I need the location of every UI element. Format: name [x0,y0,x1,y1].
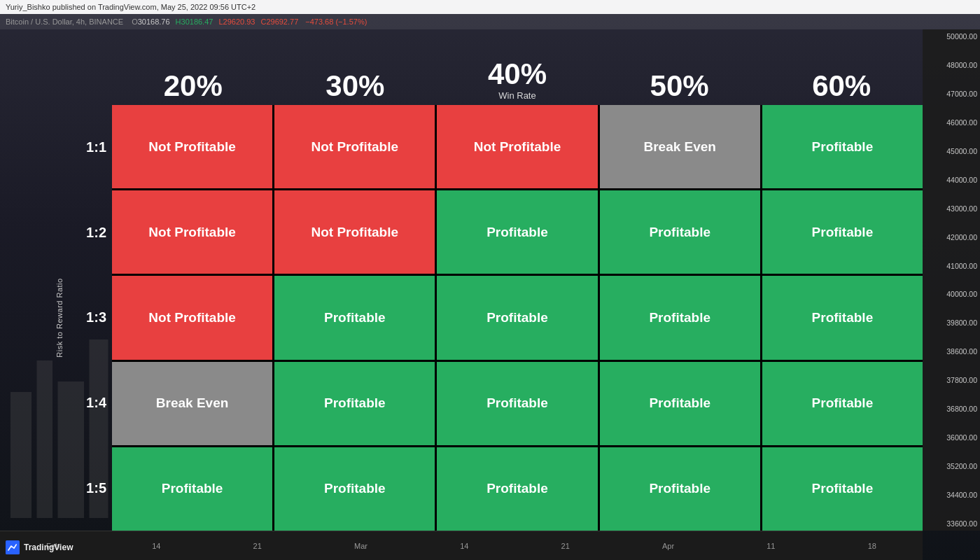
col-header-2: 40%Win Rate [436,59,598,101]
col-pct: 20% [112,71,274,101]
price-tick: 38600.00 [946,347,977,356]
grid-cell-2-1: Profitable [274,276,437,359]
row-label-1: 1:2 [56,190,112,276]
grid-cell-4-1: Profitable [274,447,437,531]
price-tick: 37800.00 [946,376,977,384]
time-tick: 11 [766,542,775,550]
price-tick: 40000.00 [946,290,977,298]
col-pct: 40% [436,59,598,89]
time-tick: Mar [354,542,368,550]
time-tick: Apr [662,542,674,550]
row-label-text: 1:5 [86,480,106,496]
author-text: Yuriy_Bishko published on TradingView.co… [6,3,255,11]
pair-label: Bitcoin / U.S. Dollar, 4h, BINANCE [6,18,123,26]
price-tick: 42000.00 [946,233,977,241]
grid-row-4: ProfitableProfitableProfitableProfitable… [112,447,923,531]
grid-cell-1-4: Profitable [762,190,923,274]
row-label-0: 1:1 [56,105,112,190]
grid-cell-3-2: Profitable [437,362,599,445]
table-wrapper: 20%30%40%Win Rate50%60% Risk to Reward R… [56,29,923,531]
grid-cell-0-4: Profitable [762,105,923,188]
time-tick: 14 [460,542,468,550]
time-axis: Feb1421Mar1421Apr1118 [0,531,923,560]
col-header-0: 20% [112,71,274,101]
tv-logo-text: TradingView [24,542,73,552]
grid-cell-3-3: Profitable [600,362,762,445]
grid-cell-2-4: Profitable [762,276,923,359]
open-label: O30168.76 [132,18,169,26]
tv-icon [6,540,20,554]
grid-cell-2-0: Not Profitable [112,276,274,359]
grid-cell-4-0: Profitable [112,447,274,531]
grid-cell-2-2: Profitable [437,276,599,359]
row-label-text: 1:2 [86,225,106,241]
column-headers: 20%30%40%Win Rate50%60% [56,29,923,105]
price-tick: 33600.00 [946,519,977,528]
time-tick: 18 [868,542,876,550]
grid-cell-1-2: Profitable [437,190,599,274]
col-pct: 50% [598,71,761,101]
col-subtitle: Win Rate [436,90,598,101]
grid-cell-3-1: Profitable [274,362,437,445]
change-label: −473.68 (−1.57%) [305,18,367,26]
col-header-1: 30% [274,71,437,101]
grid-cell-1-0: Not Profitable [112,190,274,274]
grid-cell-0-3: Break Even [600,105,762,188]
grid-cell-4-4: Profitable [762,447,923,531]
grid-cell-0-2: Not Profitable [437,105,599,188]
col-pct: 30% [274,71,437,101]
grid-cell-4-3: Profitable [600,447,762,531]
header-bar: Yuriy_Bishko published on TradingView.co… [0,0,980,14]
grid-cell-4-2: Profitable [437,447,599,531]
row-labels: 1:11:21:31:41:5 [56,105,112,531]
grid-cell-0-1: Not Profitable [274,105,437,188]
grid-row-1: Not ProfitableNot ProfitableProfitablePr… [112,190,923,276]
price-tick: 50000.00 [946,32,977,41]
price-bar: Bitcoin / U.S. Dollar, 4h, BINANCE O3016… [0,14,980,29]
svg-rect-1 [37,360,53,518]
col-header-3: 50% [598,71,761,101]
col-header-4: 60% [760,71,923,101]
tradingview-logo: TradingView [6,540,73,554]
table-grid: Risk to Reward Ratio 1:11:21:31:41:5 Not… [56,105,923,531]
price-tick: 43000.00 [946,204,977,213]
row-label-4: 1:5 [56,445,112,531]
price-tick: 39800.00 [946,318,977,327]
close-label: C29692.77 [260,18,298,26]
row-label-3: 1:4 [56,360,112,446]
row-label-2: 1:3 [56,275,112,360]
row-label-text: 1:1 [86,139,106,155]
grid-row-2: Not ProfitableProfitableProfitableProfit… [112,276,923,361]
price-tick: 47000.00 [946,90,977,98]
grid-cell-3-0: Break Even [112,362,274,445]
price-tick: 45000.00 [946,147,977,155]
grid-row-3: Break EvenProfitableProfitableProfitable… [112,362,923,447]
grid-cell-1-1: Not Profitable [274,190,437,274]
row-label-text: 1:4 [86,395,106,411]
price-scale: 50000.0048000.0047000.0046000.0045000.00… [923,29,980,531]
svg-rect-0 [10,392,31,518]
price-tick: 48000.00 [946,61,977,69]
high-label: H30186.47 [176,18,214,26]
price-tick: 44000.00 [946,176,977,184]
price-tick: 41000.00 [946,262,977,270]
chart-container: Yuriy_Bishko published on TradingView.co… [0,0,980,560]
time-tick: 21 [561,542,570,550]
price-tick: 34400.00 [946,491,977,499]
grid-row-0: Not ProfitableNot ProfitableNot Profitab… [112,105,923,190]
grid-cell-0-0: Not Profitable [112,105,274,188]
time-tick: 21 [253,542,262,550]
low-label: L29620.93 [218,18,255,26]
row-label-text: 1:3 [86,309,106,326]
grid-cell-3-4: Profitable [762,362,923,445]
price-tick: 35200.00 [946,462,977,470]
price-tick: 36000.00 [946,433,977,442]
price-tick: 36800.00 [946,405,977,413]
time-tick: 14 [152,542,160,550]
vertical-label: Risk to Reward Ratio [55,278,64,357]
grid-cell-2-3: Profitable [600,276,762,359]
col-pct: 60% [760,71,923,101]
cells-area: Not ProfitableNot ProfitableNot Profitab… [112,105,923,531]
price-tick: 46000.00 [946,118,977,127]
grid-cell-1-3: Profitable [600,190,762,274]
